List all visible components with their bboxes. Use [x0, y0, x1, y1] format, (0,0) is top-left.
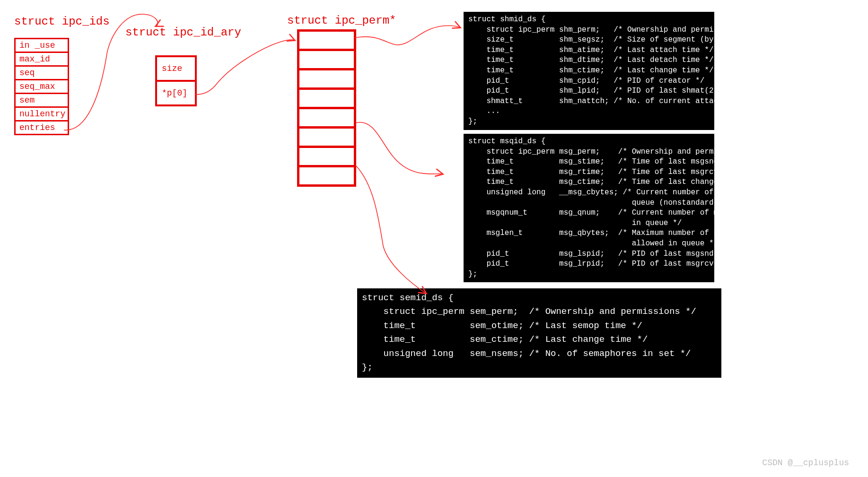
code-shmid-ds: struct shmid_ds { struct ipc_perm shm_pe… — [464, 12, 714, 130]
field-seq-max: seq_max — [16, 80, 68, 94]
perm-slot — [299, 90, 354, 109]
code-msqid-ds: struct msqid_ds { struct ipc_perm msg_pe… — [464, 134, 714, 282]
field-entries: entries — [16, 121, 68, 134]
perm-slot — [299, 109, 354, 129]
box-ipc-ids: in _use max_id seq seq_max sem nullentry… — [14, 38, 69, 135]
perm-slot — [299, 32, 354, 51]
title-ipc-perm: struct ipc_perm* — [287, 14, 396, 27]
field-p0: *p[0] — [157, 82, 195, 104]
title-ipc-ids: struct ipc_ids — [14, 15, 110, 28]
box-ipc-id-ary: size *p[0] — [155, 55, 197, 106]
field-size: size — [157, 57, 195, 82]
field-seq: seq — [16, 67, 68, 80]
perm-slot — [299, 148, 354, 167]
field-in-use: in _use — [16, 39, 68, 53]
perm-slot — [299, 51, 354, 70]
field-nullentry: nullentry — [16, 108, 68, 121]
code-semid-ds: struct semid_ds { struct ipc_perm sem_pe… — [357, 288, 721, 378]
field-max-id: max_id — [16, 53, 68, 67]
watermark: CSDN @__cplusplus — [762, 458, 849, 468]
title-ipc-id-ary: struct ipc_id_ary — [125, 26, 241, 39]
box-ipc-perm-array — [297, 29, 356, 187]
perm-slot — [299, 167, 354, 184]
perm-slot — [299, 129, 354, 148]
field-sem: sem — [16, 94, 68, 108]
perm-slot — [299, 70, 354, 90]
arrows-layer — [0, 0, 868, 477]
